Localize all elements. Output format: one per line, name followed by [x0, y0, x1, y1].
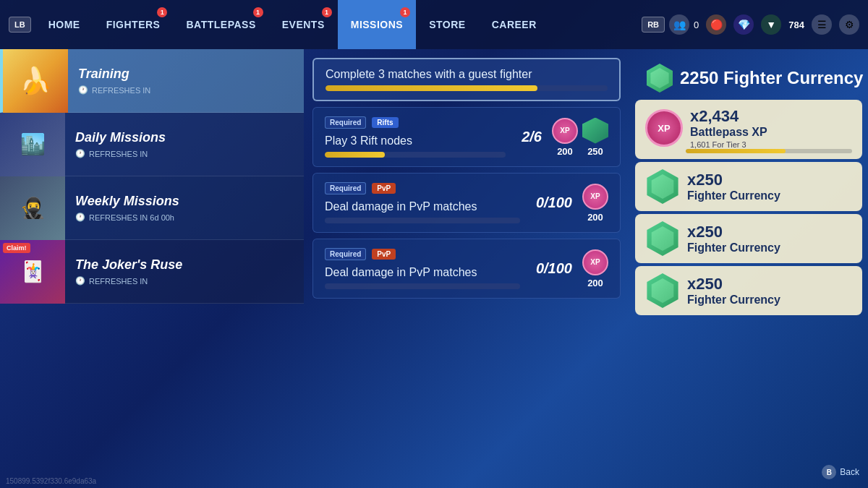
claim-badge: Claim!: [3, 243, 30, 253]
sidebar-item-training[interactable]: 🍌 Training 🕐 REFRESHES IN: [0, 49, 304, 113]
rifts-progress-fill: [325, 152, 385, 158]
currency-1-label: x250 Fighter Currency: [687, 171, 852, 202]
rb-button[interactable]: RB: [642, 17, 665, 33]
xp-progress-fill: [686, 149, 786, 153]
reward-card-currency-1: x250 Fighter Currency: [635, 162, 862, 211]
currency-hex-icon-3: [645, 273, 680, 308]
battlepass-xp-sub: 1,601 For Tier 3: [690, 140, 852, 149]
back-button[interactable]: B Back: [822, 465, 859, 479]
mode-badge-pvp2: PvP: [372, 249, 396, 260]
training-sub: 🕐 REFRESHES IN: [78, 85, 294, 95]
mission-rifts-left: Required Rifts Play 3 Rift nodes: [325, 116, 506, 158]
pvp2-progress-bg: [325, 283, 520, 289]
menu-icon[interactable]: ☰: [812, 14, 832, 35]
training-title: Training: [78, 67, 294, 82]
pvp1-xp-amount: 200: [587, 212, 603, 223]
joker-title: The Joker's Ruse: [75, 257, 294, 273]
gear-icon[interactable]: ⚙: [839, 14, 859, 35]
pvp2-title: Deal damage in PvP matches: [325, 266, 520, 279]
top-nav: LB HOME FIGHTERS 1 BATTLEPASS 1 EVENTS 1…: [0, 0, 868, 49]
battlepass-xp-label: x2,434 Battlepass XP 1,601 For Tier 3: [690, 107, 852, 149]
mission-pvp1-row: Required PvP Deal damage in PvP matches …: [325, 182, 608, 223]
weekly-title: Weekly Missions: [75, 194, 294, 209]
required-badge-pvp2: Required: [325, 248, 366, 260]
xp-icon-rifts: XP: [552, 118, 578, 144]
rifts-progress-bg: [325, 152, 506, 158]
highlight-progress-fill: [326, 85, 537, 91]
daily-info: Daily Missions 🕐 REFRESHES IN: [65, 130, 304, 158]
social-icon[interactable]: 👥: [669, 14, 689, 35]
nav-fighters[interactable]: FIGHTERS 1: [93, 0, 174, 49]
xp-progress-bg: [686, 149, 852, 153]
footer-id: 150899.5392f330.6e9da63a: [6, 477, 96, 485]
back-circle-icon: B: [822, 465, 836, 479]
total-currency-amount: 2250 Fighter Currency: [680, 68, 863, 88]
pvp1-progress-bg: [325, 218, 520, 223]
daily-sub: 🕐 REFRESHES IN: [75, 149, 294, 158]
nav-store[interactable]: STORE: [416, 0, 478, 49]
weekly-info: Weekly Missions 🕐 REFRESHES IN 6d 00h: [65, 194, 304, 222]
currency-1-amount: x250: [687, 171, 852, 189]
currency-hex-icon-1: [645, 169, 680, 204]
reward-card-currency-2: x250 Fighter Currency: [635, 214, 862, 263]
pvp2-rewards: 0/100 XP 200: [536, 249, 608, 288]
thumb-training: 🍌: [3, 49, 68, 113]
currency-3-amount: x250: [687, 275, 852, 294]
thumb-joker: 🃏 Claim!: [0, 240, 65, 304]
mission-pvp2: Required PvP Deal damage in PvP matches …: [312, 239, 621, 299]
nav-missions[interactable]: MISSIONS 1: [338, 0, 416, 49]
nav-career[interactable]: CAREER: [479, 0, 550, 49]
mission-rifts: Required Rifts Play 3 Rift nodes 2/6 XP …: [312, 107, 621, 167]
mission-rifts-header: Required Rifts: [325, 116, 506, 129]
weekly-sub: 🕐 REFRESHES IN 6d 00h: [75, 213, 294, 222]
rifts-rewards: 2/6 XP 200 250: [522, 118, 608, 157]
missions-area: Complete 3 matches with a guest fighter …: [304, 49, 629, 488]
pvp2-xp-amount: 200: [587, 278, 603, 288]
nav-home[interactable]: HOME: [35, 0, 93, 49]
nav-events[interactable]: EVENTS 1: [269, 0, 338, 49]
xp-icon-pvp1: XP: [582, 184, 608, 210]
pvp2-progress-text: 0/100: [536, 260, 572, 277]
pvp1-title: Deal damage in PvP matches: [325, 200, 520, 213]
currency-amount: 784: [788, 20, 804, 30]
clock-icon-weekly: 🕐: [75, 213, 85, 222]
battlepass-xp-type: Battlepass XP: [690, 126, 852, 139]
sidebar-item-weekly[interactable]: 🥷 Weekly Missions 🕐 REFRESHES IN 6d 00h: [0, 176, 304, 240]
rewards-panel: 2250 Fighter Currency XP x2,434 Battlepa…: [629, 49, 868, 488]
mode-badge-rifts: Rifts: [372, 117, 398, 128]
mission-pvp1: Required PvP Deal damage in PvP matches …: [312, 173, 621, 233]
events-badge: 1: [322, 7, 332, 17]
battlepass-xp-amount: x2,434: [690, 107, 852, 126]
missions-badge: 1: [400, 7, 410, 17]
mission-highlight: Complete 3 matches with a guest fighter: [312, 58, 621, 101]
nav-battlepass[interactable]: BATTLEPASS 1: [173, 0, 268, 49]
required-badge-pvp1: Required: [325, 182, 366, 194]
currency-2-label: x250 Fighter Currency: [687, 223, 852, 254]
currency-display: 784: [788, 20, 804, 30]
sidebar-item-joker[interactable]: 🃏 Claim! The Joker's Ruse 🕐 REFRESHES IN: [0, 240, 304, 304]
rifts-xp-amount: 200: [557, 146, 573, 157]
reward-card-xp: XP x2,434 Battlepass XP 1,601 For Tier 3: [635, 100, 862, 159]
battlepass-badge: 1: [253, 7, 263, 17]
training-info: Training 🕐 REFRESHES IN: [68, 67, 304, 95]
currency-3-type: Fighter Currency: [687, 294, 852, 307]
settings-icon[interactable]: 🔴: [706, 14, 726, 35]
currency-icon-rifts: [582, 118, 608, 144]
lb-button[interactable]: LB: [9, 17, 31, 33]
sidebar: 🍌 Training 🕐 REFRESHES IN 🏙️ Daily Missi…: [0, 49, 304, 488]
battlepass-xp-icon: XP: [645, 109, 683, 147]
daily-title: Daily Missions: [75, 130, 294, 145]
joker-info: The Joker's Ruse 🕐 REFRESHES IN: [65, 257, 304, 286]
triangle-icon[interactable]: ▼: [761, 14, 781, 35]
sidebar-item-daily[interactable]: 🏙️ Daily Missions 🕐 REFRESHES IN: [0, 113, 304, 176]
social-count: 0: [694, 20, 699, 30]
xp-icon-pvp2: XP: [582, 249, 608, 275]
clock-icon-training: 🕐: [78, 85, 88, 95]
mission-rifts-row: Required Rifts Play 3 Rift nodes 2/6 XP …: [325, 116, 608, 158]
thumb-daily: 🏙️: [0, 113, 65, 176]
total-currency-row: 2250 Fighter Currency: [635, 55, 862, 97]
currency-2-amount: x250: [687, 223, 852, 241]
currency-1-type: Fighter Currency: [687, 189, 852, 202]
rifts-currency-amount: 250: [587, 146, 603, 157]
gem-icon[interactable]: 💎: [733, 14, 754, 35]
